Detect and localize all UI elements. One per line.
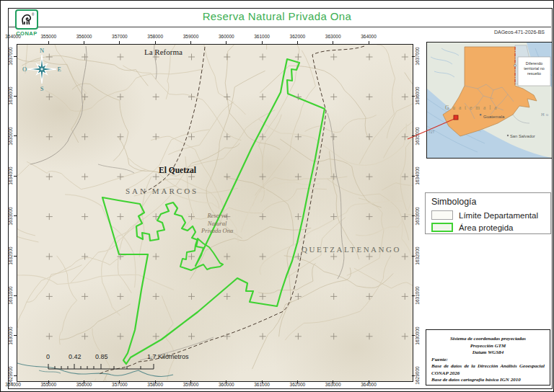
- frame-tick: [412, 256, 415, 257]
- frame-tick: [226, 380, 227, 383]
- frame-tick: [297, 41, 298, 44]
- source-info-box: Sistema de coordenadas proyectadas Proye…: [426, 329, 550, 386]
- frame-tick: [333, 380, 333, 383]
- frame-tick: [155, 41, 156, 44]
- frame-tick: [262, 41, 263, 44]
- source-label: Fuente:: [431, 357, 545, 364]
- frame-tick: [14, 56, 17, 57]
- frame-tick: [14, 176, 17, 177]
- protected-area-swatch: [431, 223, 453, 232]
- frame-tick: [369, 380, 369, 383]
- frame-tick: [333, 41, 333, 44]
- frame-tick: [412, 375, 415, 376]
- inset-grid-zone-label: 72T: [428, 130, 435, 134]
- coordinate-tick-label: 1633000: [415, 207, 420, 225]
- coordinate-tick-label: 1632000: [415, 246, 420, 264]
- svg-text:Diferendo: Diferendo: [526, 61, 542, 66]
- frame-tick: [84, 41, 84, 44]
- coordinate-tick-label: 1631000: [415, 287, 420, 305]
- frame-tick: [412, 56, 415, 57]
- frame-tick: [14, 295, 17, 296]
- legend-item-departmental: Límite Departamental: [431, 210, 545, 220]
- departmental-limit-swatch: [431, 210, 453, 220]
- coordinate-tick-label: 1636000: [415, 87, 420, 105]
- svg-text:resuelto: resuelto: [527, 71, 541, 76]
- legend-title: Simbología: [431, 197, 545, 207]
- frame-tick: [190, 380, 191, 383]
- frame-tick: [14, 256, 17, 257]
- frame-tick: [412, 176, 415, 177]
- source-line1: Base de datos de la Dirección Análisis G…: [431, 363, 545, 377]
- inset-capital-label: Guatemala: [483, 115, 505, 119]
- map-sheet: Reserva Natural Privada Ona DAGeos-471-2…: [0, 0, 554, 392]
- frame-tick: [14, 135, 17, 136]
- frame-tick: [190, 41, 191, 44]
- frame-tick: [155, 380, 156, 383]
- frame-tick: [262, 380, 263, 383]
- frame-tick: [412, 335, 415, 336]
- source-line2: Base de datos cartografía básica IGN 201…: [431, 377, 545, 384]
- projection-line3: Datum WGS84: [431, 349, 545, 357]
- frame-tick: [226, 41, 227, 44]
- frame-tick: [369, 41, 369, 44]
- projection-line2: Proyección GTM: [431, 343, 545, 350]
- inset-country-label: G u a t e m a l a: [445, 104, 498, 111]
- frame-tick: [14, 375, 17, 376]
- locator-inset-map: Diferendo territorial no resuelto G u a …: [426, 42, 553, 159]
- inset-city-label: San Salvador: [510, 134, 535, 138]
- frame-tick: [412, 295, 415, 296]
- coordinate-tick-label: 1634000: [415, 167, 420, 185]
- frame-tick: [412, 96, 415, 97]
- frame-tick: [412, 215, 415, 216]
- frame-tick: [297, 380, 298, 383]
- coordinate-tick-label: 1630000: [415, 326, 420, 344]
- legend: Simbología Límite Departamental Área pro…: [425, 192, 551, 234]
- projection-line1: Sistema de coordenadas proyectadas: [431, 336, 545, 343]
- frame-tick: [119, 41, 120, 44]
- coordinate-tick-label: 1635000: [415, 127, 420, 145]
- frame-tick: [14, 215, 17, 216]
- frame-tick: [48, 380, 49, 383]
- coordinate-tick-label: 1637000: [415, 47, 420, 65]
- frame-tick: [412, 135, 415, 136]
- frame-tick: [119, 380, 120, 383]
- svg-text:territorial no: territorial no: [524, 66, 544, 71]
- inset-neighbor-label: Ho: [541, 112, 550, 117]
- frame-tick: [14, 96, 17, 97]
- frame-tick: [84, 380, 84, 383]
- frame-tick: [48, 41, 49, 44]
- legend-item-protected-area: Área protegida: [431, 223, 545, 232]
- frame-tick: [14, 335, 17, 336]
- coordinate-tick-label: 1629000: [415, 367, 420, 385]
